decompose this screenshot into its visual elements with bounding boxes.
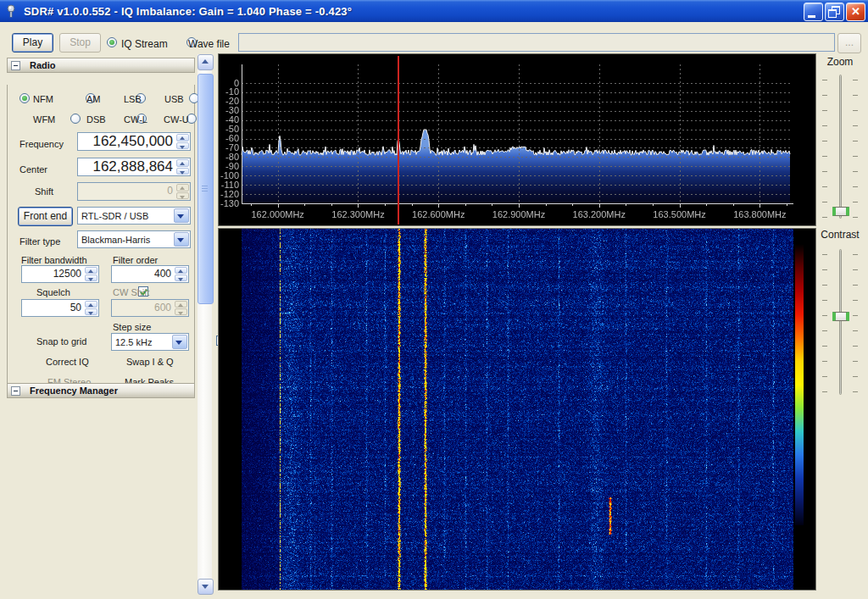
collapse-icon[interactable] — [11, 386, 20, 396]
frequency-label: Frequency — [19, 139, 64, 149]
spin-down-icon[interactable] — [85, 275, 97, 281]
mode-label-usb: USB — [164, 94, 184, 104]
correct-iq-label: Correct IQ — [46, 357, 89, 367]
center-spinner[interactable] — [175, 158, 190, 175]
app-icon — [5, 4, 19, 18]
front-end-button[interactable]: Front end — [18, 207, 73, 226]
slider-track[interactable] — [839, 75, 842, 219]
radio-section-body: NFM AM LSB USB WFM DSB CW-L CW-U Frequen… — [7, 85, 195, 395]
contrast-slider-thumb[interactable] — [832, 312, 849, 321]
spin-up-icon[interactable] — [176, 159, 189, 167]
chevron-down-icon[interactable] — [172, 335, 187, 349]
filter-bandwidth-label: Filter bandwidth — [21, 255, 87, 265]
front-end-value: RTL-SDR / USB — [78, 211, 173, 221]
spin-up-icon[interactable] — [176, 134, 189, 141]
cw-shift-label: CW Shift — [113, 287, 149, 297]
frequency-field[interactable]: 162,450,000 — [77, 132, 191, 151]
mode-radio-wfm[interactable] — [70, 114, 81, 124]
spin-up-icon — [175, 301, 187, 308]
frequency-spinner[interactable] — [175, 133, 190, 150]
step-size-combo[interactable]: 12.5 kHz — [111, 333, 189, 351]
radio-section-header[interactable]: Radio — [7, 58, 195, 73]
step-size-value: 12.5 kHz — [112, 337, 171, 347]
waterfall-display[interactable] — [219, 229, 815, 590]
minimize-button[interactable] — [804, 3, 823, 21]
radio-section-title: Radio — [30, 60, 56, 70]
spin-up-icon[interactable] — [85, 301, 97, 308]
spectrum-panel — [218, 53, 816, 226]
frequency-value[interactable]: 162,450,000 — [78, 133, 175, 150]
front-end-combo[interactable]: RTL-SDR / USB — [77, 207, 191, 225]
browse-button[interactable]: ... — [837, 33, 861, 53]
zoom-slider[interactable] — [815, 73, 868, 225]
scroll-down-icon[interactable] — [198, 579, 214, 595]
center-value[interactable]: 162,888,864 — [78, 158, 175, 175]
spin-down-icon — [176, 192, 189, 200]
contrast-label: Contrast — [815, 229, 865, 241]
close-button[interactable]: ✕ — [846, 3, 865, 21]
spin-up-icon[interactable] — [175, 267, 187, 274]
squelch-spinner[interactable] — [84, 300, 98, 316]
filter-type-value: Blackman-Harris — [78, 235, 173, 245]
window-title: SDR# v1.0.0.552 - IQ Imbalance: Gain = 1… — [24, 5, 352, 18]
shift-label: Shift — [35, 186, 53, 197]
wave-file-label: Wave file — [188, 38, 230, 50]
filter-bandwidth-spinner[interactable] — [84, 266, 98, 282]
mode-label-am: AM — [86, 94, 101, 104]
filter-type-combo[interactable]: Blackman-Harris — [77, 230, 191, 248]
filter-bandwidth-field[interactable]: 12500 — [21, 265, 99, 283]
wave-file-path-field[interactable] — [238, 33, 835, 52]
collapse-icon[interactable] — [11, 61, 20, 70]
spin-up-icon[interactable] — [85, 267, 97, 274]
mode-label-cwl: CW-L — [124, 114, 147, 125]
left-panel-scrollbar[interactable] — [198, 54, 212, 594]
restore-button[interactable] — [825, 3, 844, 21]
play-button[interactable]: Play — [12, 33, 53, 53]
shift-spinner — [175, 183, 190, 200]
filter-order-value[interactable]: 400 — [112, 266, 174, 282]
mode-label-cwu: CW-U — [164, 114, 189, 125]
filter-order-field[interactable]: 400 — [111, 265, 189, 283]
titlebar[interactable]: SDR# v1.0.0.552 - IQ Imbalance: Gain = 1… — [0, 0, 868, 22]
zoom-slider-thumb[interactable] — [832, 207, 849, 216]
scroll-up-icon[interactable] — [198, 54, 214, 70]
filter-order-label: Filter order — [113, 255, 158, 265]
spectrum-display[interactable] — [219, 54, 815, 225]
freq-manager-section-header[interactable]: Frequency Manager — [7, 383, 195, 398]
scrollbar-thumb[interactable] — [198, 74, 214, 304]
waterfall-panel — [218, 228, 816, 591]
freq-manager-title: Frequency Manager — [30, 385, 118, 396]
contrast-slider[interactable] — [815, 246, 868, 400]
squelch-label: Squelch — [36, 287, 70, 297]
swap-iq-label: Swap I & Q — [126, 357, 174, 367]
spin-down-icon[interactable] — [175, 275, 187, 281]
slider-ticks — [853, 80, 858, 218]
chevron-down-icon[interactable] — [174, 208, 189, 223]
mode-label-lsb: LSB — [124, 94, 142, 104]
iq-stream-radio[interactable] — [107, 37, 117, 47]
chevron-down-icon[interactable] — [174, 232, 189, 247]
mode-label-nfm: NFM — [33, 94, 53, 104]
filter-bandwidth-value[interactable]: 12500 — [22, 266, 84, 282]
spin-down-icon[interactable] — [176, 168, 189, 175]
sdrsharp-window: { "window": { "title": "SDR# v1.0.0.552 … — [0, 0, 868, 599]
squelch-field[interactable]: 50 — [21, 299, 99, 317]
filter-type-label: Filter type — [19, 236, 60, 247]
cw-shift-field: 600 — [111, 299, 189, 317]
slider-track[interactable] — [839, 249, 842, 395]
spin-down-icon[interactable] — [85, 308, 97, 315]
shift-value: 0 — [78, 183, 175, 200]
mode-label-wfm: WFM — [33, 114, 55, 125]
slider-ticks — [822, 80, 827, 218]
stop-button[interactable]: Stop — [59, 33, 101, 53]
filter-order-spinner[interactable] — [174, 266, 188, 282]
snap-to-grid-label: Snap to grid — [36, 336, 86, 347]
squelch-value[interactable]: 50 — [22, 300, 84, 316]
mode-radio-nfm[interactable] — [19, 93, 30, 103]
center-field[interactable]: 162,888,864 — [77, 158, 191, 176]
step-size-label: Step size — [113, 322, 151, 332]
cw-shift-value: 600 — [112, 300, 174, 316]
spin-down-icon — [175, 308, 187, 315]
spin-down-icon[interactable] — [176, 142, 189, 150]
center-label: Center — [19, 164, 47, 175]
